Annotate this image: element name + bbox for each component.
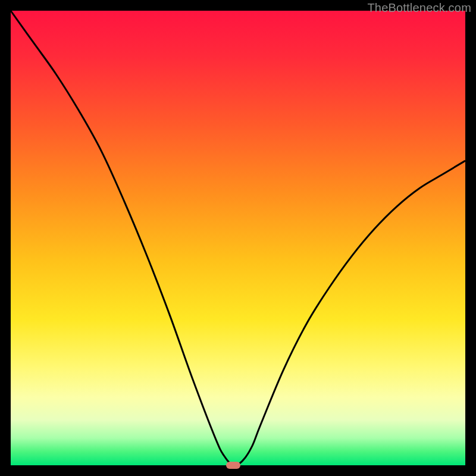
watermark-text: TheBottleneck.com <box>367 1 471 15</box>
optimal-point-marker <box>226 462 240 469</box>
plot-area <box>11 11 465 465</box>
curve-path <box>11 11 465 465</box>
bottleneck-curve <box>11 11 465 465</box>
chart-frame: TheBottleneck.com <box>0 0 476 476</box>
